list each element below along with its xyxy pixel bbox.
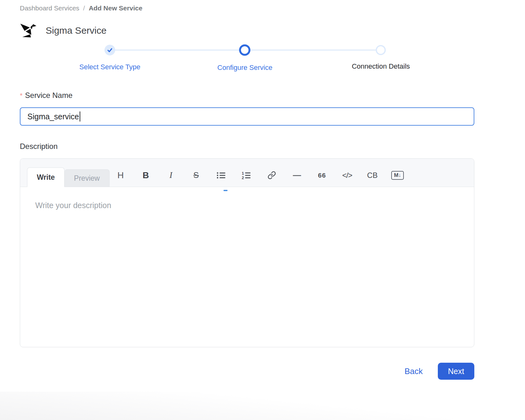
service-name-value: Sigma_service xyxy=(27,112,79,121)
step-label-select-service-type[interactable]: Select Service Type xyxy=(79,63,140,71)
service-name-input[interactable]: Sigma_service xyxy=(20,107,474,126)
heading-button[interactable]: H xyxy=(108,170,133,180)
svg-text:1: 1 xyxy=(242,171,244,176)
code-block-button[interactable]: CB xyxy=(360,171,385,180)
step-completed-circle[interactable] xyxy=(104,45,115,55)
breadcrumb-separator: / xyxy=(83,4,85,12)
svg-text:2: 2 xyxy=(242,175,244,179)
editor-tabs: Write Preview xyxy=(27,167,110,187)
service-name-label-text: Service Name xyxy=(25,91,73,99)
description-textarea[interactable] xyxy=(20,187,474,347)
unordered-list-button[interactable] xyxy=(209,171,234,179)
code-button[interactable]: </> xyxy=(335,171,360,180)
step-label-connection-details[interactable]: Connection Details xyxy=(352,62,410,71)
step-current-circle[interactable] xyxy=(239,44,251,56)
code-icon: </> xyxy=(342,171,352,180)
editor-toolbar: H B I S xyxy=(108,159,474,187)
horizontal-rule-icon: — xyxy=(293,170,301,180)
link-icon xyxy=(268,171,276,179)
strikethrough-icon: S xyxy=(193,170,199,180)
markdown-icon: M↓ xyxy=(391,171,404,180)
horizontal-rule-button[interactable]: — xyxy=(284,170,309,180)
tab-write[interactable]: Write xyxy=(27,167,65,187)
stepper: Select Service Type Configure Service Co… xyxy=(20,44,474,76)
quote-icon: 66 xyxy=(318,172,326,179)
next-button[interactable]: Next xyxy=(438,363,474,380)
quote-button[interactable]: 66 xyxy=(309,172,335,179)
breadcrumb-add-new-service: Add New Service xyxy=(89,4,142,12)
step-configure-service[interactable]: Configure Service xyxy=(217,44,273,72)
code-block-icon: CB xyxy=(367,171,377,180)
step-upcoming-circle[interactable] xyxy=(376,45,386,55)
strikethrough-button[interactable]: S xyxy=(183,170,209,180)
tab-preview[interactable]: Preview xyxy=(65,169,110,187)
step-label-configure-service[interactable]: Configure Service xyxy=(217,64,273,72)
footer-actions: Back Next xyxy=(20,363,474,380)
editor-toolbar-bar: Write Preview H B I S xyxy=(20,159,474,187)
bold-icon: B xyxy=(143,170,149,180)
origami-bird-logo xyxy=(19,21,37,39)
breadcrumb: Dashboard Services / Add New Service xyxy=(20,4,142,12)
description-label: Description xyxy=(20,142,58,151)
editor-body xyxy=(20,187,474,347)
step-select-service-type[interactable]: Select Service Type xyxy=(79,44,140,71)
markdown-button[interactable]: M↓ xyxy=(385,171,410,180)
link-button[interactable] xyxy=(259,171,284,179)
bold-button[interactable]: B xyxy=(133,170,158,180)
required-asterisk: * xyxy=(20,92,23,99)
page-title: Sigma Service xyxy=(46,25,106,36)
italic-icon: I xyxy=(170,170,172,180)
heading-icon: H xyxy=(117,170,124,180)
service-name-label: *Service Name xyxy=(20,91,72,100)
bottom-fade-decoration xyxy=(0,392,525,420)
italic-button[interactable]: I xyxy=(158,170,183,180)
unordered-list-icon xyxy=(217,171,226,179)
breadcrumb-dashboard-services[interactable]: Dashboard Services xyxy=(20,4,79,12)
ordered-list-button[interactable]: 1 2 xyxy=(234,171,259,179)
add-new-service-page: Dashboard Services / Add New Service Sig… xyxy=(0,0,525,420)
ordered-list-icon: 1 2 xyxy=(242,171,251,179)
step-connection-details[interactable]: Connection Details xyxy=(352,44,410,71)
description-editor: Write Preview H B I S xyxy=(20,158,474,347)
check-icon xyxy=(107,47,113,53)
back-button[interactable]: Back xyxy=(404,366,423,376)
text-cursor xyxy=(80,111,80,122)
